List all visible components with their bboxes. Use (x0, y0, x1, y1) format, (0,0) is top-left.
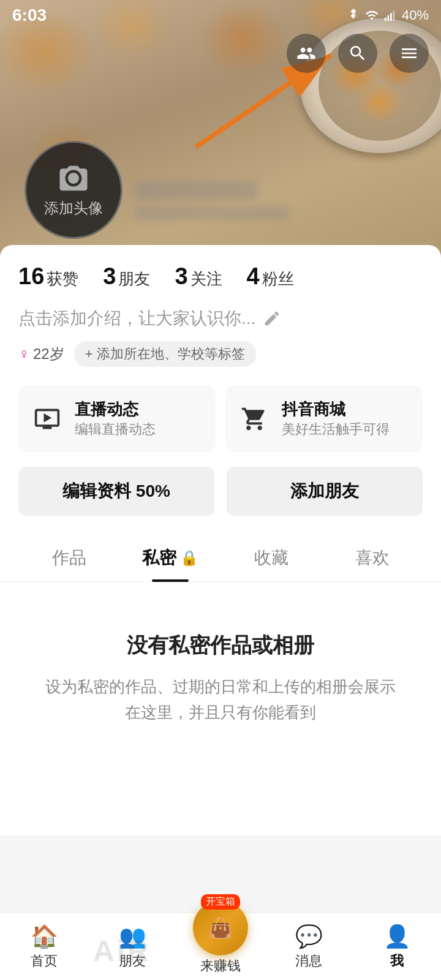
earn-bag-icon: 开宝箱 👜 (193, 900, 248, 956)
nav-messages-label: 消息 (295, 952, 322, 970)
svg-rect-0 (385, 18, 386, 21)
empty-title: 没有私密作品或相册 (43, 631, 398, 660)
svg-rect-1 (387, 15, 389, 21)
tags-row: ♀ 22岁 + 添加所在地、学校等标签 (18, 341, 423, 367)
status-time: 6:03 (12, 6, 47, 25)
me-icon: 👤 (383, 924, 411, 949)
wifi-icon (365, 9, 379, 22)
tab-works[interactable]: 作品 (18, 534, 119, 582)
status-icons: 40% (347, 7, 429, 23)
stat-friends-label: 朋友 (118, 268, 150, 290)
tab-favorites[interactable]: 收藏 (221, 534, 322, 582)
tabs-row: 作品 私密 🔒 收藏 喜欢 (0, 534, 441, 582)
live-card-title: 直播动态 (75, 399, 156, 420)
home-icon: 🏠 (31, 924, 58, 949)
empty-desc: 设为私密的作品、过期的日常和上传的相册会展示在这里，并且只有你能看到 (43, 674, 398, 725)
shop-card-subtitle: 美好生活触手可得 (282, 420, 390, 439)
nav-friends-label: 朋友 (119, 952, 146, 970)
bio-text: 点击添加介绍，让大家认识你... (18, 307, 255, 330)
svg-rect-2 (390, 13, 392, 21)
avatar-label: 添加头像 (44, 198, 103, 218)
nav-home[interactable]: 🏠 首页 (0, 924, 88, 970)
svg-rect-3 (393, 11, 395, 21)
header-icons (287, 34, 429, 73)
cart-icon (238, 402, 271, 435)
username-blur (135, 181, 257, 200)
earn-badge: 开宝箱 (201, 894, 240, 910)
nav-home-label: 首页 (31, 952, 58, 970)
tv-icon (31, 402, 64, 435)
stat-following-label: 关注 (190, 268, 222, 290)
action-buttons: 编辑资料 50% 添加朋友 (18, 467, 423, 516)
age-text: 22岁 (33, 344, 64, 364)
empty-state: 没有私密作品或相册 设为私密的作品、过期的日常和上传的相册会展示在这里，并且只有… (18, 582, 423, 762)
stat-following-num: 3 (175, 263, 187, 290)
live-card-subtitle: 编辑直播动态 (75, 420, 156, 439)
signal-icon (383, 9, 397, 22)
add-tags-button[interactable]: + 添加所在地、学校等标签 (74, 341, 256, 367)
tab-private[interactable]: 私密 🔒 (119, 534, 221, 582)
shop-card-text: 抖音商城 美好生活触手可得 (282, 399, 390, 439)
avatar-button[interactable]: 添加头像 (24, 141, 123, 239)
battery-text: 40% (402, 7, 429, 23)
add-tags-label: + 添加所在地、学校等标签 (85, 345, 245, 363)
add-friend-button[interactable] (287, 34, 326, 73)
search-button[interactable] (338, 34, 377, 73)
nav-earn[interactable]: 开宝箱 👜 来赚钱 (176, 900, 265, 975)
bluetooth-icon (347, 9, 360, 22)
friends-icon: 👥 (119, 924, 146, 949)
lock-icon: 🔒 (180, 549, 198, 567)
stat-likes-num: 16 (18, 263, 44, 290)
message-icon: 💬 (295, 924, 323, 949)
live-card[interactable]: 直播动态 编辑直播动态 (18, 385, 216, 452)
nav-messages[interactable]: 💬 消息 (265, 924, 353, 970)
stats-row: 16 获赞 3 朋友 3 关注 4 粉丝 (18, 263, 423, 290)
tag-gender-age: ♀ 22岁 (18, 344, 64, 364)
stat-fans[interactable]: 4 粉丝 (247, 263, 294, 290)
nav-friends[interactable]: 👥 朋友 (88, 924, 176, 970)
bottom-nav: 🏠 首页 👥 朋友 开宝箱 👜 来赚钱 💬 消息 👤 我 (0, 913, 441, 980)
username-area (135, 181, 288, 221)
menu-button[interactable] (390, 34, 429, 73)
stat-fans-label: 粉丝 (262, 268, 294, 290)
bio-row[interactable]: 点击添加介绍，让大家认识你... (18, 307, 423, 330)
nav-me[interactable]: 👤 我 (353, 924, 441, 970)
live-card-text: 直播动态 编辑直播动态 (75, 399, 156, 439)
edit-icon (263, 309, 281, 328)
stat-likes-label: 获赞 (47, 268, 78, 290)
avatar-area: 添加头像 (24, 141, 123, 239)
tab-favorites-label: 收藏 (254, 546, 288, 570)
stat-friends[interactable]: 3 朋友 (103, 263, 150, 290)
tab-works-label: 作品 (52, 546, 86, 570)
tab-likes-label: 喜欢 (355, 546, 390, 570)
stat-friends-num: 3 (103, 263, 116, 290)
profile-content: 16 获赞 3 朋友 3 关注 4 粉丝 点击添加介绍，让大家认识你... ♀ … (0, 245, 441, 835)
status-bar: 6:03 40% (0, 0, 441, 31)
stat-fans-num: 4 (247, 263, 260, 290)
edit-profile-button[interactable]: 编辑资料 50% (18, 467, 214, 516)
stat-following[interactable]: 3 关注 (175, 263, 222, 290)
shop-card[interactable]: 抖音商城 美好生活触手可得 (225, 385, 423, 452)
nav-earn-label: 来赚钱 (200, 957, 241, 975)
userid-blur (135, 206, 288, 221)
feature-cards: 直播动态 编辑直播动态 抖音商城 美好生活触手可得 (18, 385, 423, 452)
stat-likes[interactable]: 16 获赞 (18, 263, 78, 290)
add-friend-button-2[interactable]: 添加朋友 (227, 467, 423, 516)
tab-likes[interactable]: 喜欢 (322, 534, 423, 582)
tab-private-label: 私密 (142, 546, 176, 570)
shop-card-title: 抖音商城 (282, 399, 390, 420)
cover-area: 添加头像 (0, 0, 441, 257)
nav-me-label: 我 (390, 952, 404, 970)
gender-icon: ♀ (18, 345, 29, 363)
